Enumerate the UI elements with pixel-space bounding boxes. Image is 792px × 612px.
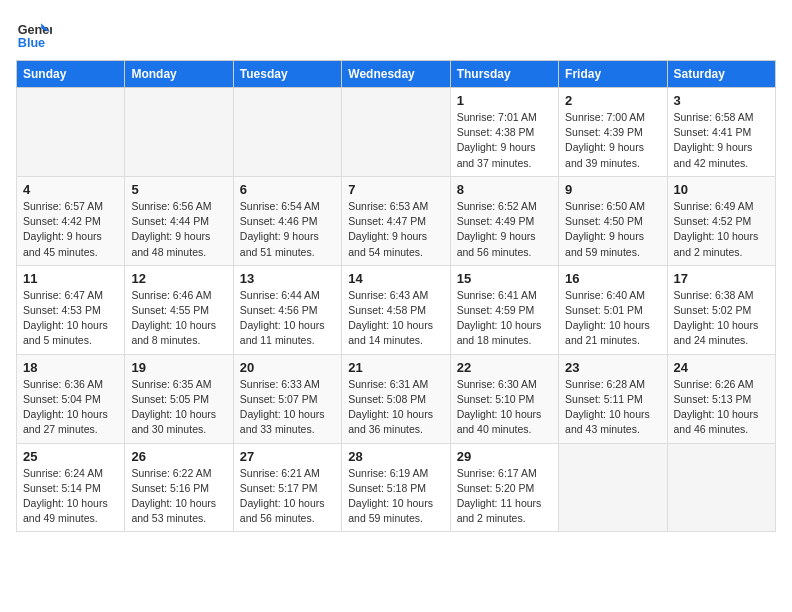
day-number: 22 bbox=[457, 360, 552, 375]
day-number: 29 bbox=[457, 449, 552, 464]
calendar-cell: 12Sunrise: 6:46 AM Sunset: 4:55 PM Dayli… bbox=[125, 265, 233, 354]
calendar-cell: 2Sunrise: 7:00 AM Sunset: 4:39 PM Daylig… bbox=[559, 88, 667, 177]
calendar-table: SundayMondayTuesdayWednesdayThursdayFrid… bbox=[16, 60, 776, 532]
day-number: 6 bbox=[240, 182, 335, 197]
week-row-4: 18Sunrise: 6:36 AM Sunset: 5:04 PM Dayli… bbox=[17, 354, 776, 443]
week-row-3: 11Sunrise: 6:47 AM Sunset: 4:53 PM Dayli… bbox=[17, 265, 776, 354]
day-info: Sunrise: 6:21 AM Sunset: 5:17 PM Dayligh… bbox=[240, 466, 335, 527]
week-row-1: 1Sunrise: 7:01 AM Sunset: 4:38 PM Daylig… bbox=[17, 88, 776, 177]
calendar-cell: 26Sunrise: 6:22 AM Sunset: 5:16 PM Dayli… bbox=[125, 443, 233, 532]
day-number: 21 bbox=[348, 360, 443, 375]
day-info: Sunrise: 6:47 AM Sunset: 4:53 PM Dayligh… bbox=[23, 288, 118, 349]
day-header-wednesday: Wednesday bbox=[342, 61, 450, 88]
calendar-cell: 18Sunrise: 6:36 AM Sunset: 5:04 PM Dayli… bbox=[17, 354, 125, 443]
day-info: Sunrise: 6:38 AM Sunset: 5:02 PM Dayligh… bbox=[674, 288, 769, 349]
calendar-cell: 29Sunrise: 6:17 AM Sunset: 5:20 PM Dayli… bbox=[450, 443, 558, 532]
day-info: Sunrise: 6:40 AM Sunset: 5:01 PM Dayligh… bbox=[565, 288, 660, 349]
day-info: Sunrise: 6:44 AM Sunset: 4:56 PM Dayligh… bbox=[240, 288, 335, 349]
day-info: Sunrise: 7:00 AM Sunset: 4:39 PM Dayligh… bbox=[565, 110, 660, 171]
day-header-saturday: Saturday bbox=[667, 61, 775, 88]
day-info: Sunrise: 6:30 AM Sunset: 5:10 PM Dayligh… bbox=[457, 377, 552, 438]
day-number: 2 bbox=[565, 93, 660, 108]
calendar-cell: 28Sunrise: 6:19 AM Sunset: 5:18 PM Dayli… bbox=[342, 443, 450, 532]
day-number: 28 bbox=[348, 449, 443, 464]
day-number: 12 bbox=[131, 271, 226, 286]
day-number: 14 bbox=[348, 271, 443, 286]
calendar-cell bbox=[342, 88, 450, 177]
day-info: Sunrise: 6:49 AM Sunset: 4:52 PM Dayligh… bbox=[674, 199, 769, 260]
day-number: 13 bbox=[240, 271, 335, 286]
day-number: 9 bbox=[565, 182, 660, 197]
calendar-cell: 20Sunrise: 6:33 AM Sunset: 5:07 PM Dayli… bbox=[233, 354, 341, 443]
day-info: Sunrise: 6:24 AM Sunset: 5:14 PM Dayligh… bbox=[23, 466, 118, 527]
day-info: Sunrise: 6:46 AM Sunset: 4:55 PM Dayligh… bbox=[131, 288, 226, 349]
day-number: 1 bbox=[457, 93, 552, 108]
calendar-cell: 4Sunrise: 6:57 AM Sunset: 4:42 PM Daylig… bbox=[17, 176, 125, 265]
calendar-cell: 16Sunrise: 6:40 AM Sunset: 5:01 PM Dayli… bbox=[559, 265, 667, 354]
logo-icon: General Blue bbox=[16, 16, 52, 52]
day-info: Sunrise: 6:28 AM Sunset: 5:11 PM Dayligh… bbox=[565, 377, 660, 438]
day-info: Sunrise: 6:50 AM Sunset: 4:50 PM Dayligh… bbox=[565, 199, 660, 260]
day-info: Sunrise: 7:01 AM Sunset: 4:38 PM Dayligh… bbox=[457, 110, 552, 171]
day-number: 24 bbox=[674, 360, 769, 375]
calendar-cell: 8Sunrise: 6:52 AM Sunset: 4:49 PM Daylig… bbox=[450, 176, 558, 265]
day-number: 11 bbox=[23, 271, 118, 286]
svg-text:Blue: Blue bbox=[18, 36, 45, 50]
calendar-cell bbox=[233, 88, 341, 177]
day-info: Sunrise: 6:53 AM Sunset: 4:47 PM Dayligh… bbox=[348, 199, 443, 260]
day-number: 27 bbox=[240, 449, 335, 464]
week-row-2: 4Sunrise: 6:57 AM Sunset: 4:42 PM Daylig… bbox=[17, 176, 776, 265]
day-header-tuesday: Tuesday bbox=[233, 61, 341, 88]
calendar-cell: 5Sunrise: 6:56 AM Sunset: 4:44 PM Daylig… bbox=[125, 176, 233, 265]
day-info: Sunrise: 6:22 AM Sunset: 5:16 PM Dayligh… bbox=[131, 466, 226, 527]
calendar-cell: 1Sunrise: 7:01 AM Sunset: 4:38 PM Daylig… bbox=[450, 88, 558, 177]
calendar-header-row: SundayMondayTuesdayWednesdayThursdayFrid… bbox=[17, 61, 776, 88]
calendar-cell: 22Sunrise: 6:30 AM Sunset: 5:10 PM Dayli… bbox=[450, 354, 558, 443]
day-number: 17 bbox=[674, 271, 769, 286]
day-header-friday: Friday bbox=[559, 61, 667, 88]
calendar-cell: 24Sunrise: 6:26 AM Sunset: 5:13 PM Dayli… bbox=[667, 354, 775, 443]
calendar-cell: 15Sunrise: 6:41 AM Sunset: 4:59 PM Dayli… bbox=[450, 265, 558, 354]
calendar-cell: 21Sunrise: 6:31 AM Sunset: 5:08 PM Dayli… bbox=[342, 354, 450, 443]
day-number: 26 bbox=[131, 449, 226, 464]
day-number: 25 bbox=[23, 449, 118, 464]
logo: General Blue bbox=[16, 16, 52, 52]
calendar-cell: 17Sunrise: 6:38 AM Sunset: 5:02 PM Dayli… bbox=[667, 265, 775, 354]
day-info: Sunrise: 6:58 AM Sunset: 4:41 PM Dayligh… bbox=[674, 110, 769, 171]
day-number: 3 bbox=[674, 93, 769, 108]
calendar-cell bbox=[667, 443, 775, 532]
calendar-cell bbox=[125, 88, 233, 177]
calendar-cell: 19Sunrise: 6:35 AM Sunset: 5:05 PM Dayli… bbox=[125, 354, 233, 443]
calendar-cell: 3Sunrise: 6:58 AM Sunset: 4:41 PM Daylig… bbox=[667, 88, 775, 177]
day-number: 16 bbox=[565, 271, 660, 286]
day-info: Sunrise: 6:26 AM Sunset: 5:13 PM Dayligh… bbox=[674, 377, 769, 438]
day-number: 18 bbox=[23, 360, 118, 375]
day-header-thursday: Thursday bbox=[450, 61, 558, 88]
calendar-cell: 23Sunrise: 6:28 AM Sunset: 5:11 PM Dayli… bbox=[559, 354, 667, 443]
calendar-cell: 25Sunrise: 6:24 AM Sunset: 5:14 PM Dayli… bbox=[17, 443, 125, 532]
calendar-cell: 13Sunrise: 6:44 AM Sunset: 4:56 PM Dayli… bbox=[233, 265, 341, 354]
calendar-cell: 14Sunrise: 6:43 AM Sunset: 4:58 PM Dayli… bbox=[342, 265, 450, 354]
day-number: 4 bbox=[23, 182, 118, 197]
day-number: 23 bbox=[565, 360, 660, 375]
calendar-cell: 11Sunrise: 6:47 AM Sunset: 4:53 PM Dayli… bbox=[17, 265, 125, 354]
day-info: Sunrise: 6:54 AM Sunset: 4:46 PM Dayligh… bbox=[240, 199, 335, 260]
day-number: 15 bbox=[457, 271, 552, 286]
day-info: Sunrise: 6:31 AM Sunset: 5:08 PM Dayligh… bbox=[348, 377, 443, 438]
day-number: 10 bbox=[674, 182, 769, 197]
day-number: 8 bbox=[457, 182, 552, 197]
day-header-sunday: Sunday bbox=[17, 61, 125, 88]
calendar-cell: 10Sunrise: 6:49 AM Sunset: 4:52 PM Dayli… bbox=[667, 176, 775, 265]
calendar-cell: 7Sunrise: 6:53 AM Sunset: 4:47 PM Daylig… bbox=[342, 176, 450, 265]
day-info: Sunrise: 6:36 AM Sunset: 5:04 PM Dayligh… bbox=[23, 377, 118, 438]
week-row-5: 25Sunrise: 6:24 AM Sunset: 5:14 PM Dayli… bbox=[17, 443, 776, 532]
day-info: Sunrise: 6:33 AM Sunset: 5:07 PM Dayligh… bbox=[240, 377, 335, 438]
calendar-cell: 9Sunrise: 6:50 AM Sunset: 4:50 PM Daylig… bbox=[559, 176, 667, 265]
page-header: General Blue bbox=[16, 16, 776, 52]
day-header-monday: Monday bbox=[125, 61, 233, 88]
day-number: 5 bbox=[131, 182, 226, 197]
calendar-cell: 27Sunrise: 6:21 AM Sunset: 5:17 PM Dayli… bbox=[233, 443, 341, 532]
day-info: Sunrise: 6:57 AM Sunset: 4:42 PM Dayligh… bbox=[23, 199, 118, 260]
day-info: Sunrise: 6:19 AM Sunset: 5:18 PM Dayligh… bbox=[348, 466, 443, 527]
calendar-cell bbox=[17, 88, 125, 177]
